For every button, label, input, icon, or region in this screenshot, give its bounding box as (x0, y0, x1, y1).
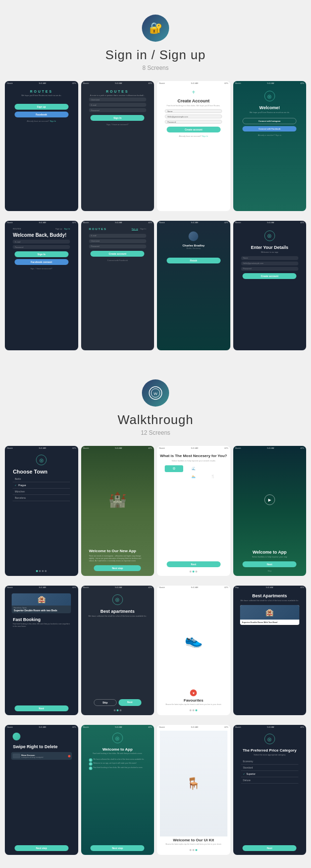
already-link-1: Already have an account? Sign In (27, 120, 56, 122)
status-bar-w9: Sketch9:41 AM42% (5, 725, 78, 729)
next-btn-w3[interactable]: Next (167, 561, 221, 567)
status-bar-w6: Sketch9:41 AM42% (81, 586, 155, 590)
deluxe-option[interactable]: Deluxe (241, 777, 298, 784)
welcome-title-4: Welcome! (259, 105, 280, 110)
email-field-5[interactable]: E-mail (13, 240, 70, 244)
screen-enter-details: Sketch9:41 AM42% ◎ Enter Your Details We… (233, 221, 307, 351)
circle-icon-8: ◎ (264, 230, 275, 241)
next-btn-w12[interactable]: Next (242, 845, 296, 851)
signin-btn-5[interactable]: Sign In (15, 251, 69, 257)
create-account-btn-3[interactable]: Create account (167, 127, 221, 132)
facebook-btn-4[interactable]: Connect with Facebook (242, 126, 296, 131)
card-title-w5: Superior Double Room with two Beds (14, 609, 69, 612)
circle-icon-w1: ◎ (36, 455, 47, 465)
city-berlin[interactable]: Berlin (13, 476, 70, 482)
best-apts-title-w8: Best Apartments (252, 593, 287, 598)
circle-icon-w10: ◎ (112, 733, 123, 743)
skip-link-w4[interactable]: Skip (268, 570, 272, 572)
necesery-title: What is The Most Necesery for You? (160, 454, 227, 459)
skip-btn-w6[interactable]: Skip (94, 699, 117, 706)
signin-link-5[interactable]: Sign In (64, 228, 70, 230)
screen-welcome-back: Sketch9:41 AM42% ROUTES Sign up Sign In … (5, 221, 78, 351)
name-field-3[interactable]: Name (165, 109, 222, 113)
necesery-desc: Select facilities to help improve your s… (172, 459, 215, 462)
profile-avatar-7 (189, 231, 198, 241)
city-prague[interactable]: ✓Prague (13, 482, 70, 489)
username-field-2[interactable]: Username (89, 98, 146, 101)
price-cat-title: The Preferred Price Category (242, 748, 296, 753)
routes-footer: R O U T E S UI KIT MADE BY BEANS UI GOOD… (0, 865, 311, 868)
username-field-6[interactable]: Username (89, 239, 146, 243)
finish-btn-7[interactable]: Finish (167, 258, 221, 263)
email-field-8[interactable]: Hello@greatsimple.com (241, 262, 298, 265)
enter-details-title-8: Enter Your Details (251, 245, 288, 250)
already-link-3: Already have an account? Sign In (179, 135, 208, 137)
password-field-8[interactable]: Password (241, 267, 298, 271)
swipe-delete-indicator (68, 755, 70, 757)
signin-screens-row1: Sketch9:41 AM42% ROUTES We hope you'll l… (0, 81, 311, 221)
city-barcelona[interactable]: Barcelona (13, 495, 70, 501)
password-field-3[interactable]: Password (165, 120, 222, 124)
icon-grid-w3: ⚙ 🌊 ☁ ♨ 🏊 🍴 (165, 465, 222, 480)
next-step-btn-w10[interactable]: Next step (90, 845, 144, 851)
welcome-new-app-title: Welcome to Our New App (89, 549, 146, 553)
email-field-3[interactable]: Hello@greatsimple.com (165, 115, 222, 118)
fb-connect-btn-5[interactable]: Facebook connect (15, 259, 69, 265)
routes-tagline-1: We hope you'll love Routes as much as we… (21, 94, 62, 97)
superior-option[interactable]: ✓Superior (241, 771, 298, 777)
walkthrough-screens-row1: Sketch9:41 AM42% ◎ Choose Town Berlin ✓P… (0, 446, 311, 586)
welcome-desc-4: We hope you'll love Routes as much as we… (249, 111, 290, 114)
circle-icon-4: ◎ (264, 91, 275, 101)
routes-logo-1: ROUTES (30, 90, 53, 93)
economy-option[interactable]: Economy (241, 758, 298, 765)
dots-w6 (114, 709, 121, 711)
screen-what-necesery: Sketch9:41 AM42% What is The Most Necese… (157, 446, 230, 576)
name-field-8[interactable]: Name (241, 256, 298, 260)
fast-booking-desc: Fast hotel booking in few clicks. We wis… (13, 623, 70, 628)
welcome-new-app-desc: There are trends in eveningwear - silhou… (89, 555, 146, 562)
member-link-4: Already a member? Sign in (258, 134, 281, 136)
email-field-6[interactable]: E-mail (89, 234, 146, 238)
circle-icon-w12: ◎ (264, 734, 275, 744)
user-avatar-w9 (13, 733, 20, 740)
routes-logo-2: ROUTES (106, 90, 129, 93)
dots-w7 (190, 709, 197, 711)
instagram-btn-4[interactable]: Connect with Instagram (242, 118, 296, 124)
svg-text:W: W (154, 392, 157, 396)
create-btn-6[interactable]: Create account (90, 251, 144, 257)
facebook-btn-1[interactable]: Facebook (15, 112, 69, 117)
connect-fb-6[interactable]: Connect with Facebook (107, 259, 128, 262)
welcome-app-title-w10: Welcome to App (103, 747, 133, 752)
walkthrough-section-icon: W (142, 379, 169, 407)
email-field-2[interactable]: E-mail (89, 103, 146, 107)
fast-booking-card: 🏨 Barcelona, Spain Superior Double Room … (12, 593, 71, 613)
standard-option[interactable]: Standard (241, 765, 298, 771)
signup-link-6[interactable]: Sign up (132, 228, 138, 230)
next-btn-w5[interactable]: Next (15, 705, 69, 711)
price-cat-desc: Select the most appropriate category (254, 753, 285, 756)
city-munich[interactable]: München (13, 489, 70, 495)
signin-section-icon: 🔐 (142, 15, 169, 42)
welcome-back-title-5: Welcome Back, Buddy! (13, 232, 70, 238)
password-field-6[interactable]: Password (89, 245, 146, 248)
screen-create-account: Sketch9:41 AM42% + Create Account Fast h… (157, 81, 230, 211)
status-bar-2: Sketch9:41 AM42% (81, 81, 155, 85)
screen-welcome-aurora: Sketch9:41 AM42% ▶ Welcome to App Select… (233, 446, 307, 576)
create-account-btn-8[interactable]: Create account (242, 273, 296, 279)
next-btn-w4[interactable]: Next (242, 561, 296, 567)
signin-section-title: Sign in / Sign up (10, 48, 301, 63)
dots-w3 (190, 571, 197, 573)
status-bar-w4: Sketch9:41 AM42% (233, 446, 307, 450)
password-field-5[interactable]: Password (13, 245, 70, 249)
signin-link-6[interactable]: Sign In (140, 228, 146, 230)
swipe-title-w9: Swipe Right to Delete (13, 744, 70, 749)
signup-btn-1[interactable]: Sign up (15, 104, 69, 110)
next-step-btn-w9[interactable]: Next step (15, 845, 69, 851)
signin-btn-2[interactable]: Sign In (90, 115, 144, 121)
signup-link-5[interactable]: Sign up (55, 228, 62, 230)
next-btn-w6[interactable]: Next (119, 699, 141, 706)
status-bar-w3: Sketch9:41 AM42% (157, 446, 230, 450)
next-step-btn-w2[interactable]: Next step (94, 565, 141, 571)
password-field-2[interactable]: Password (89, 108, 146, 112)
create-account-title-3: Create Account (177, 98, 209, 103)
